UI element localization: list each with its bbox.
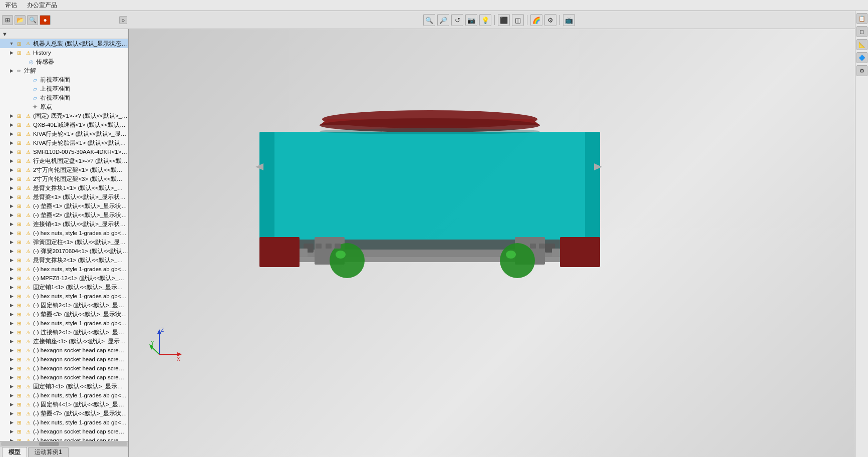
tree-node-kiva-tire[interactable]: ▶ ⊞ ⚠ KIVA行走轮胎层<1> (默认<<默认>_显示 — [0, 138, 128, 147]
hexnut3-expand[interactable]: ▶ — [8, 293, 15, 300]
lpanel-expand-btn[interactable]: » — [119, 16, 127, 24]
pin1-expand[interactable]: ▶ — [8, 220, 15, 227]
top-plane-expand[interactable] — [24, 85, 31, 92]
tree-node-fixpin4[interactable]: ▶ ⊞ ⚠ (-) 固定销4<1> (默认<<默认>_显示状态 1> — [0, 400, 128, 409]
hexnut4-expand[interactable]: ▶ — [8, 320, 15, 327]
connpin-seat-expand[interactable]: ▶ — [8, 338, 15, 345]
tree-node-hexnut10[interactable]: ▶ ⊞ ⚠ (-) hex nuts, style 1-grades ab gb… — [0, 418, 128, 427]
right-btn-2[interactable]: ◻ — [856, 29, 867, 37]
tree-node-hex-screw-6[interactable]: ▶ ⊞ ⚠ (-) hexagon socket head cap screws… — [0, 436, 128, 441]
menu-item-evaluate[interactable]: 评估 — [2, 0, 20, 11]
connpin2-expand[interactable]: ▶ — [8, 329, 15, 336]
chassis-expand[interactable]: ▶ — [8, 112, 15, 119]
tree-node-caster3[interactable]: ▶ ⊞ ⚠ 2寸万向轮固定架<3> (默认<<默认>_显示状 — [0, 174, 128, 183]
viewport[interactable]: Z X Y — [129, 29, 868, 457]
light-btn[interactable]: 💡 — [479, 14, 491, 26]
caster1-expand[interactable]: ▶ — [8, 166, 15, 173]
cant-block1-expand[interactable]: ▶ — [8, 184, 15, 191]
fixpin2-expand[interactable]: ▶ — [8, 302, 15, 309]
tree-node-hexnut2[interactable]: ▶ ⊞ ⚠ (-) hex nuts, style 1-grades ab gb… — [0, 265, 128, 274]
kiva-wheel-expand[interactable]: ▶ — [8, 130, 15, 137]
tree-node-hex-screw-1[interactable]: ▶ ⊞ ⚠ (-) hexagon socket head cap screws… — [0, 346, 128, 355]
tree-node-washer2[interactable]: ▶ ⊞ ⚠ (-) 垫圈<2> (默认<<默认>_显示状态 1>) — [0, 210, 128, 219]
fixpin3-expand[interactable]: ▶ — [8, 383, 15, 390]
tree-node-origin[interactable]: ✦ 原点 — [0, 102, 128, 111]
right-btn-3[interactable]: 📐 — [856, 39, 867, 50]
rotate-btn[interactable]: ↺ — [451, 14, 463, 26]
lpanel-btn-1[interactable]: ⊞ — [2, 15, 13, 25]
tree-node-hex-screw-3[interactable]: ▶ ⊞ ⚠ (-) hexagon socket head cap screws… — [0, 364, 128, 373]
tree-node-spring[interactable]: ▶ ⊞ ⚠ (-) 弹簧20170604<1> (默认<<默认>_显示 — [0, 247, 128, 256]
caster3-expand[interactable]: ▶ — [8, 175, 15, 182]
hex-screw4-expand[interactable]: ▶ — [8, 374, 15, 381]
smh-expand[interactable]: ▶ — [8, 148, 15, 155]
history-expand-icon[interactable]: ▶ — [8, 49, 15, 56]
washer3-expand[interactable]: ▶ — [8, 311, 15, 318]
tree-node-hexnut1[interactable]: ▶ ⊞ ⚠ (-) hex nuts, style 1-grades ab gb… — [0, 228, 128, 238]
washer1-expand[interactable]: ▶ — [8, 202, 15, 209]
hex-screw6-expand[interactable]: ▶ — [8, 437, 15, 441]
tree-node-annotation[interactable]: ▶ ✏ 注解 — [0, 66, 128, 75]
zoom-in-btn[interactable]: 🔍 — [423, 14, 435, 26]
root-expand-icon[interactable]: ▼ — [8, 40, 15, 47]
tree-node-pin1[interactable]: ▶ ⊞ ⚠ 连接销<1> (默认<<默认>_显示状态 1>) — [0, 219, 128, 228]
tree-node-fixpin2[interactable]: ▶ ⊞ ⚠ (-) 固定销2<1> (默认<<默认>_显示状态 1> — [0, 301, 128, 310]
hex-screw1-expand[interactable]: ▶ — [8, 347, 15, 354]
tree-node-history[interactable]: ▶ ⊞ ⚠ History — [0, 48, 128, 57]
tree-node-hexnut3[interactable]: ▶ ⊞ ⚠ (-) hex nuts, style 1-grades ab gb… — [0, 292, 128, 301]
settings-btn[interactable]: ⚙ — [544, 14, 556, 26]
tree-node-front-plane[interactable]: ▱ 前视基准面 — [0, 75, 128, 84]
fixpin1-expand[interactable]: ▶ — [8, 284, 15, 291]
menu-item-office[interactable]: 办公室产品 — [24, 0, 60, 11]
qxb-expand[interactable]: ▶ — [8, 121, 15, 128]
color-btn[interactable]: 🌈 — [530, 14, 542, 26]
tree-node-chassis[interactable]: ▶ ⊞ ⚠ (固定) 底壳<1>->? (默认<<默认>_显示状 — [0, 111, 128, 120]
sensor-expand-icon[interactable] — [20, 58, 27, 65]
right-btn-5[interactable]: ⚙ — [856, 65, 867, 76]
tree-node-hexnut4[interactable]: ▶ ⊞ ⚠ (-) hex nuts, style 1-grades ab gb… — [0, 319, 128, 328]
mpfz-expand[interactable]: ▶ — [8, 275, 15, 282]
hex-screw3-expand[interactable]: ▶ — [8, 365, 15, 372]
hscroll-track[interactable] — [1, 442, 127, 446]
tree-node-cantilever-block1[interactable]: ▶ ⊞ ⚠ 悬臂支撑块1<1> (默认<<默认>_显示状态 1 — [0, 183, 128, 192]
tree-node-hex-screw-5[interactable]: ▶ ⊞ ⚠ (-) hexagon socket head cap screws… — [0, 427, 128, 436]
tree-node-spring-post[interactable]: ▶ ⊞ ⚠ 弹簧固定柱<1> (默认<<默认>_显示状态 1> — [0, 238, 128, 247]
hex-screw2-expand[interactable]: ▶ — [8, 356, 15, 363]
lpanel-btn-3[interactable]: 🔍 — [27, 15, 38, 25]
hexnut9-expand[interactable]: ▶ — [8, 392, 15, 399]
lpanel-btn-2[interactable]: 📂 — [15, 15, 26, 25]
spring-post-expand[interactable]: ▶ — [8, 239, 15, 246]
view-orient-btn[interactable]: ◫ — [512, 14, 524, 26]
fixpin4-expand[interactable]: ▶ — [8, 401, 15, 408]
tab-motion[interactable]: 运动算例1 — [28, 447, 69, 457]
tree-node-right-plane[interactable]: ▱ 右视基准面 — [0, 93, 128, 102]
tree-node-connpin-seat[interactable]: ▶ ⊞ ⚠ 连接销座<1> (默认<<默认>_显示状态 1>) — [0, 337, 128, 346]
kiva-tire-expand[interactable]: ▶ — [8, 139, 15, 146]
tree-node-hex-screw-4[interactable]: ▶ ⊞ ⚠ (-) hexagon socket head cap screws… — [0, 373, 128, 382]
tree-node-mpfz[interactable]: ▶ ⊞ ⚠ (-) MPFZ8-12<1> (默认<<默认>_显示状态 — [0, 274, 128, 283]
display-btn[interactable]: ⬛ — [498, 14, 510, 26]
hscroll-thumb[interactable] — [39, 442, 59, 446]
left-panel-hscrollbar[interactable] — [0, 441, 128, 446]
tree-node-kiva-wheel[interactable]: ▶ ⊞ ⚠ KIVA行走轮<1> (默认<<默认>_显示状 1 — [0, 129, 128, 138]
cant-beam-expand[interactable]: ▶ — [8, 193, 15, 200]
tree-node-sensor[interactable]: ◎ 传感器 — [0, 57, 128, 66]
hexnut1-expand[interactable]: ▶ — [8, 230, 15, 237]
tree-node-fixpin3[interactable]: ▶ ⊞ ⚠ 固定销3<1> (默认<<默认>_显示状态 1>) — [0, 382, 128, 391]
tree-node-motor-plate[interactable]: ▶ ⊞ ⚠ 行走电机固定盘<1>->? (默认<<默认>_显 — [0, 156, 128, 165]
tree-node-cant-block2[interactable]: ▶ ⊞ ⚠ 悬臂支撑块2<1> (默认<<默认>_显示状态 1 — [0, 256, 128, 265]
hexnut10-expand[interactable]: ▶ — [8, 419, 15, 426]
filter-icon[interactable]: ▼ — [2, 31, 8, 37]
tree-node-fixpin1[interactable]: ▶ ⊞ ⚠ 固定销1<1> (默认<<默认>_显示状态 1>) — [0, 283, 128, 292]
hexnut2-expand[interactable]: ▶ — [8, 266, 15, 273]
tree-node-hex-screw-2[interactable]: ▶ ⊞ ⚠ (-) hexagon socket head cap screws… — [0, 355, 128, 364]
tree-node-hexnut9[interactable]: ▶ ⊞ ⚠ (-) hex nuts, style 1-grades ab gb… — [0, 391, 128, 400]
motor-plate-expand[interactable]: ▶ — [8, 157, 15, 164]
tree-node-qxb[interactable]: ▶ ⊞ ⚠ QXB-40E减速器<1> (默认<<默认>_显示状 — [0, 120, 128, 129]
cant-block2-expand[interactable]: ▶ — [8, 257, 15, 264]
tree-node-cantilever-beam[interactable]: ▶ ⊞ ⚠ 悬臂梁<1> (默认<<默认>_显示状态 1>) — [0, 192, 128, 201]
right-plane-expand[interactable] — [24, 94, 31, 101]
front-plane-expand[interactable] — [24, 76, 31, 83]
washer2-expand[interactable]: ▶ — [8, 211, 15, 218]
hex-screw5-expand[interactable]: ▶ — [8, 428, 15, 435]
